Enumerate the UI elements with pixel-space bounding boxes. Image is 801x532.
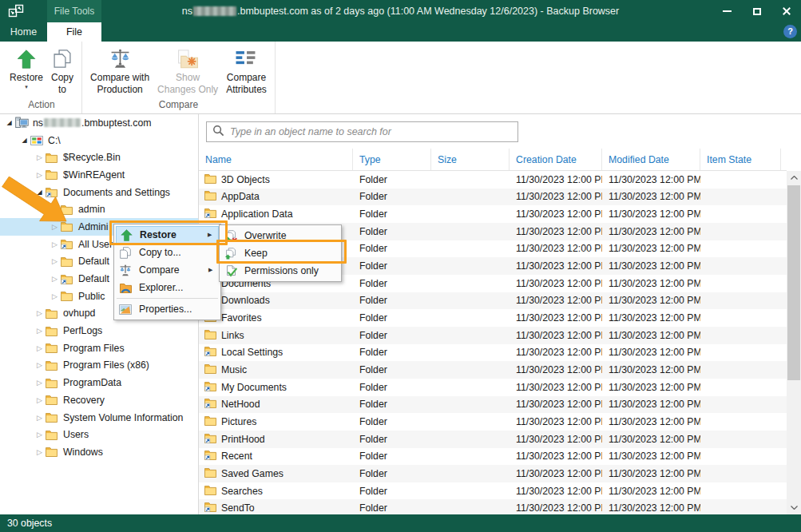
menu-item-permissions-only[interactable]: Permissions only: [221, 262, 339, 280]
contextual-tab-file-tools[interactable]: File Tools: [47, 0, 101, 22]
expander-collapsed-icon[interactable]: ▷: [49, 275, 61, 283]
tree-item-program-files[interactable]: ▷Program Files: [0, 339, 198, 357]
file-name: Pictures: [221, 416, 256, 427]
folder-icon: [46, 395, 61, 405]
tree-item-windows[interactable]: ▷Windows: [0, 443, 198, 461]
tab-file[interactable]: File: [47, 22, 101, 42]
table-row[interactable]: SendToFolder11/30/2023 12:00 PM11/30/202…: [199, 499, 787, 514]
tree-item-root[interactable]: ◢ns.bmbuptest.com: [0, 114, 198, 132]
tab-home[interactable]: Home: [0, 22, 47, 42]
tree-item-recycle-bin[interactable]: ▷$Recycle.Bin: [0, 149, 198, 166]
tree-item-label: Recovery: [61, 395, 105, 406]
expander-collapsed-icon[interactable]: ▷: [34, 396, 46, 404]
tree-item-label: All User: [76, 239, 113, 250]
app-icon: [8, 4, 24, 21]
folder-icon: [204, 173, 216, 186]
table-row[interactable]: SearchesFolder11/30/2023 12:00 PM11/30/2…: [199, 482, 787, 500]
table-row[interactable]: PrintHoodFolder11/30/2023 12:00 PM11/30/…: [199, 431, 787, 448]
close-button[interactable]: [771, 0, 801, 22]
restore-button-label: Restore: [10, 73, 43, 83]
table-row[interactable]: LinksFolder11/30/2023 12:00 PM11/30/2023…: [199, 327, 787, 344]
table-row[interactable]: RecentFolder11/30/2023 12:00 PM11/30/202…: [199, 448, 787, 466]
scroll-down-icon[interactable]: [787, 501, 801, 514]
expander-expanded-icon[interactable]: ◢: [18, 137, 30, 144]
type-cell: Folder: [353, 399, 431, 410]
creation-date-cell: 11/30/2023 12:00 PM: [510, 260, 602, 272]
scroll-up-icon[interactable]: [787, 171, 801, 185]
compare-attributes-label-line2: Attributes: [226, 85, 267, 95]
menu-item-explorer[interactable]: Explorer...: [116, 279, 219, 296]
table-row[interactable]: AppDataFolder11/30/2023 12:00 PM11/30/20…: [199, 189, 787, 206]
restore-button[interactable]: Restore ▾: [6, 42, 47, 89]
type-cell: Folder: [353, 278, 431, 289]
table-row[interactable]: Application DataFolder11/30/2023 12:00 P…: [199, 205, 787, 223]
folder-icon: [61, 291, 76, 301]
column-header-creation-date[interactable]: Creation Date: [510, 149, 602, 170]
expander-expanded-icon[interactable]: ◢: [3, 119, 15, 126]
table-row[interactable]: MusicFolder11/30/2023 12:00 PM11/30/2023…: [199, 361, 787, 379]
table-row[interactable]: NetHoodFolder11/30/2023 12:00 PM11/30/20…: [199, 396, 787, 414]
expander-collapsed-icon[interactable]: ▷: [49, 292, 61, 300]
expander-collapsed-icon[interactable]: ▷: [34, 414, 46, 422]
expander-collapsed-icon[interactable]: ▷: [34, 171, 46, 179]
table-row[interactable]: 3D ObjectsFolder11/30/2023 12:00 PM11/30…: [199, 171, 787, 189]
table-row[interactable]: DownloadsFolder11/30/2023 12:00 PM11/30/…: [199, 292, 787, 310]
expander-collapsed-icon[interactable]: ▷: [34, 379, 46, 387]
table-row[interactable]: Saved GamesFolder11/30/2023 12:00 PM11/3…: [199, 465, 787, 482]
tree-item-winreagent[interactable]: ▷$WinREAgent: [0, 166, 198, 184]
expander-collapsed-icon[interactable]: ▷: [34, 448, 46, 456]
table-row[interactable]: Local SettingsFolder11/30/2023 12:00 PM1…: [199, 344, 787, 362]
file-name: Application Data: [221, 208, 293, 220]
type-cell: Folder: [353, 416, 431, 427]
column-header-item-state[interactable]: Item State: [700, 149, 781, 170]
tree-item-admin[interactable]: admin: [0, 200, 198, 218]
expander-collapsed-icon[interactable]: ▷: [34, 361, 46, 369]
expander-collapsed-icon[interactable]: ▷: [49, 223, 61, 231]
scrollbar-thumb[interactable]: [787, 185, 800, 380]
column-header-name[interactable]: Name: [199, 149, 353, 170]
expander-expanded-icon[interactable]: ◢: [34, 189, 46, 196]
minimize-button[interactable]: [712, 0, 742, 22]
tree-item-perflogs[interactable]: ▷PerfLogs: [0, 322, 198, 339]
compare-attributes-button[interactable]: Compare Attributes: [222, 42, 271, 95]
expander-collapsed-icon[interactable]: ▷: [34, 327, 46, 335]
modified-date-cell: 11/30/2023 12:00 PM: [602, 260, 700, 272]
maximize-button[interactable]: [742, 0, 771, 22]
tree-item-system-volume-information[interactable]: ▷System Volume Information: [0, 409, 198, 427]
compare-with-production-button[interactable]: Compare with Production: [86, 42, 153, 95]
search-input[interactable]: [230, 126, 512, 137]
tree-item-programdata[interactable]: ▷ProgramData: [0, 374, 198, 391]
search-box: [206, 121, 518, 142]
status-text: 30 objects: [7, 518, 52, 529]
table-row[interactable]: FavoritesFolder11/30/2023 12:00 PM11/30/…: [199, 309, 787, 327]
tree-item-recovery[interactable]: ▷Recovery: [0, 391, 198, 409]
menu-item-overwrite[interactable]: Overwrite: [221, 227, 339, 244]
expander-collapsed-icon[interactable]: ▷: [34, 344, 46, 352]
menu-item-keep[interactable]: Keep: [221, 244, 339, 262]
vertical-scrollbar[interactable]: [787, 171, 801, 514]
help-button[interactable]: ?: [783, 25, 797, 38]
column-header-modified-date[interactable]: Modified Date: [602, 149, 700, 170]
menu-item-restore[interactable]: Restore▶: [116, 226, 219, 244]
tree-item-documents-and-settings[interactable]: ◢Documents and Settings: [0, 184, 198, 201]
name-cell: Searches: [199, 485, 353, 498]
expander-collapsed-icon[interactable]: ▷: [34, 153, 46, 161]
column-header-size[interactable]: Size: [431, 149, 510, 170]
menu-item-compare[interactable]: Compare▶: [116, 261, 219, 279]
expander-collapsed-icon[interactable]: ▷: [49, 240, 61, 248]
table-row[interactable]: PicturesFolder11/30/2023 12:00 PM11/30/2…: [199, 413, 787, 431]
expander-collapsed-icon[interactable]: ▷: [49, 257, 61, 265]
expander-collapsed-icon[interactable]: ▷: [34, 309, 46, 317]
expander-collapsed-icon[interactable]: ▷: [34, 431, 46, 439]
column-header-type[interactable]: Type: [353, 149, 431, 170]
menu-item-properties[interactable]: Properties...: [116, 300, 219, 318]
menu-item-label: Properties...: [135, 304, 208, 315]
tree-item-users[interactable]: ▷Users: [0, 426, 198, 443]
tree-item-c[interactable]: ◢C:\: [0, 132, 198, 149]
copy-to-button[interactable]: Copy to: [47, 42, 77, 95]
tree-item-program-files-x86[interactable]: ▷Program Files (x86): [0, 357, 198, 375]
modified-date-cell: 11/30/2023 12:00 PM: [602, 312, 700, 324]
table-row[interactable]: My DocumentsFolder11/30/2023 12:00 PM11/…: [199, 379, 787, 396]
creation-date-cell: 11/30/2023 12:00 PM: [510, 226, 602, 237]
menu-item-copy-to[interactable]: Copy to...: [116, 244, 219, 261]
